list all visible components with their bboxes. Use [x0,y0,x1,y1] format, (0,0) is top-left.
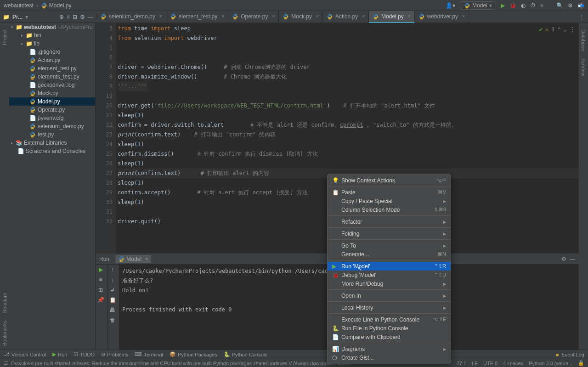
menu-item[interactable]: 📄Compare with Clipboard [328,333,451,341]
close-icon[interactable]: × [408,14,411,19]
console-tab[interactable]: 🐍Python Console [224,351,268,357]
menu-item[interactable]: Refactor▸ [328,217,451,226]
close-icon[interactable]: × [145,256,148,262]
menu-item[interactable]: 📊Diagrams▸ [328,344,451,353]
close-icon[interactable]: × [272,14,275,19]
close-icon[interactable]: × [362,14,365,19]
tree-item[interactable]: ▸📁lib [9,40,95,48]
todo-tab[interactable]: ☑TODO [74,351,95,357]
menu-item[interactable]: Column Selection Mode⇧⌘8 [328,205,451,214]
search-icon[interactable]: 🔍 [556,2,563,9]
python-interpreter[interactable]: Python 3.8 (weba... [529,361,572,366]
user-icon[interactable]: 👤▾ [446,2,455,9]
gear-icon[interactable]: ⚙ [80,14,85,20]
status-hamburger-icon[interactable]: ☰ [4,360,8,366]
version-control-tab[interactable]: ⎇Version Control [4,351,46,357]
structure-side-tab[interactable]: Structure [2,289,7,317]
menu-item[interactable]: More Run/Debug▸ [328,279,451,288]
status-message[interactable]: Download pre-built shared indexes: Reduc… [11,361,351,366]
rerun-icon[interactable]: ▶ [96,265,106,275]
menu-item[interactable]: 🐍Run File in Python Console [328,324,451,333]
tree-item[interactable]: Action.py [9,56,95,64]
hide-icon[interactable]: — [570,256,575,262]
terminal-tab[interactable]: ⌨Terminal [135,351,163,357]
problems-tab[interactable]: ⊘Problems [101,351,128,357]
event-log-tab[interactable]: Event Log [561,352,584,357]
close-icon[interactable]: × [462,14,465,19]
tree-external[interactable]: ▸📚 External Libraries [9,139,95,147]
project-tree[interactable]: ▾📁 webautotest ~/PycharmPro ▸📁bin▸📁lib📄.… [9,23,96,350]
indent-widget[interactable]: 4 spaces [503,361,523,366]
collapse-icon[interactable]: ≡ [67,14,70,20]
tree-scratches[interactable]: 📄 Scratches and Consoles [9,147,95,155]
more-tabs-icon[interactable]: ⋮ [575,14,588,20]
menu-item[interactable]: Local History▸ [328,303,451,312]
stop-icon[interactable]: ■ [540,2,543,9]
hide-icon[interactable]: — [88,14,93,20]
run-config-selector[interactable]: Model ▾ [460,1,496,10]
project-panel-header[interactable]: 📁 Pr... ▾ ⊕ ≡ ⊟ ⚙ — [0,14,96,20]
line-separator[interactable]: LF [472,361,478,366]
tree-item[interactable]: elements_test.py [9,73,95,81]
tree-item[interactable]: Mock.py [9,89,95,97]
wrap-icon[interactable]: ↲ [107,285,118,295]
menu-item[interactable]: ⬡Create Gist... [328,353,451,362]
menu-item[interactable]: Folding▸ [328,229,451,238]
tree-item[interactable]: element_test.py [9,64,95,73]
menu-item[interactable]: 🐞Debug 'Model'⌃⇧D [328,271,451,279]
stop-icon[interactable]: ■ [96,275,106,285]
editor-tab[interactable]: element_test.py× [166,11,229,23]
target-icon[interactable]: ⊕ [59,14,64,20]
tree-item[interactable]: selenium_demo.py [9,122,95,130]
tree-item[interactable]: 📄.gitignore [9,48,95,56]
debug-icon[interactable]: 🐞 [509,2,516,9]
file-encoding[interactable]: UTF-8 [483,361,498,366]
layout-icon[interactable]: ⊞ [96,285,106,295]
project-side-tab[interactable]: Project [2,26,7,49]
tree-item[interactable]: Operate.py [9,106,95,114]
collapse-all-icon[interactable]: ⊟ [73,14,77,20]
editor-tab[interactable]: Model.py× [369,11,415,23]
lock-icon[interactable]: 🔒 [578,360,584,366]
editor-tab[interactable]: selenium_demo.py× [96,11,166,23]
tree-item[interactable]: 📄pyvenv.cfg [9,114,95,122]
notifications-icon[interactable]: 📬 [577,2,584,9]
tree-item[interactable]: ▸📁bin [9,31,95,40]
inspection-widget[interactable]: ✔⚠1 ⌃⌄⋮ [539,25,575,34]
profiler-icon[interactable]: ⏱ [530,2,536,9]
menu-item[interactable]: Open In▸ [328,291,451,300]
cursor-position[interactable]: 27:1 [457,361,466,366]
gear-icon[interactable]: ⚙ [568,2,573,9]
scroll-icon[interactable]: 📋 [107,295,118,305]
menu-item[interactable]: ▶Run 'Model'⌃⇧R [328,262,451,271]
close-icon[interactable]: × [316,14,319,19]
gear-icon[interactable]: ⚙ [561,256,566,262]
up-icon[interactable]: ↑ [107,265,118,275]
close-icon[interactable]: × [221,14,224,19]
editor-tab[interactable]: Operate.py× [228,11,279,23]
menu-item[interactable]: Copy / Paste Special▸ [328,197,451,205]
breadcrumb-project[interactable]: webautotest [4,2,34,9]
database-side-tab[interactable]: Database [581,26,586,55]
bookmarks-side-tab[interactable]: Bookmarks [2,317,7,350]
editor-tab[interactable]: Action.py× [323,11,369,23]
trash-icon[interactable]: 🗑 [107,315,118,325]
menu-item[interactable]: 💡Show Context Actions⌥⏎ [328,176,451,185]
menu-item[interactable]: 📋Paste⌘V [328,188,451,197]
tree-item[interactable]: 📄geckodriver.log [9,81,95,89]
line-gutter[interactable]: 34567891920212223242526272829303132 [96,23,116,253]
breadcrumb-file[interactable]: Model.py [49,2,72,9]
menu-item[interactable]: Execute Line in Python Console⌥⇧E [328,315,451,324]
down-icon[interactable]: ↓ [107,275,118,285]
run-icon[interactable]: ▶ [501,2,505,9]
menu-item[interactable]: Generate...⌘N [328,250,451,259]
coverage-icon[interactable]: ◐ [521,2,526,9]
run-tab[interactable]: ▶Run [52,351,67,357]
menu-item[interactable]: Go To▸ [328,241,451,250]
tree-item[interactable]: Model.py [9,97,95,106]
tree-item[interactable]: test.py [9,130,95,139]
packages-tab[interactable]: 📦Python Packages [170,351,217,357]
close-icon[interactable]: × [159,14,162,19]
tree-root[interactable]: ▾📁 webautotest ~/PycharmPro [9,23,95,31]
sciview-side-tab[interactable]: SciView [581,55,586,80]
